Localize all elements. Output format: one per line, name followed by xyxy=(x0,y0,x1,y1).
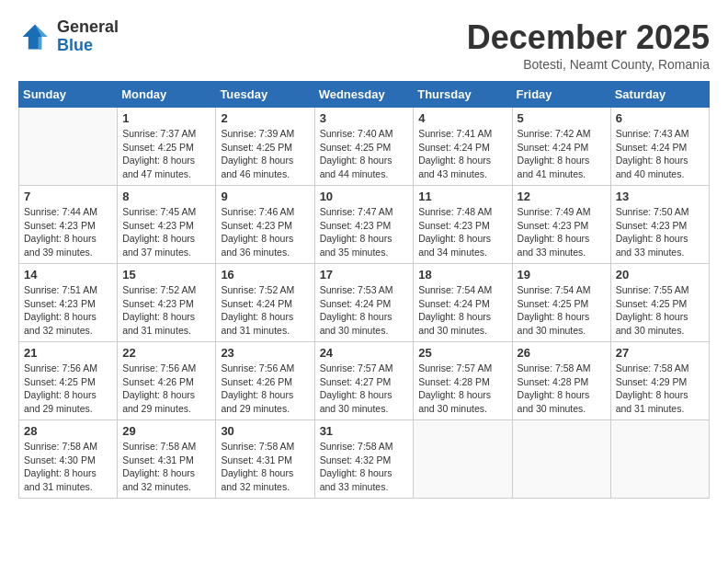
calendar-cell: 19Sunrise: 7:54 AMSunset: 4:25 PMDayligh… xyxy=(512,264,610,342)
calendar-cell: 21Sunrise: 7:56 AMSunset: 4:25 PMDayligh… xyxy=(19,342,118,420)
day-info: Sunrise: 7:56 AMSunset: 4:25 PMDaylight:… xyxy=(24,362,112,416)
page-header: General Blue December 2025 Botesti, Neam… xyxy=(18,18,710,72)
day-info: Sunrise: 7:41 AMSunset: 4:24 PMDaylight:… xyxy=(418,127,506,181)
calendar-cell xyxy=(19,108,118,186)
day-info: Sunrise: 7:37 AMSunset: 4:25 PMDaylight:… xyxy=(122,127,210,181)
calendar-cell: 9Sunrise: 7:46 AMSunset: 4:23 PMDaylight… xyxy=(216,186,314,264)
day-number: 30 xyxy=(221,424,309,438)
column-header-wednesday: Wednesday xyxy=(314,82,414,108)
day-info: Sunrise: 7:52 AMSunset: 4:23 PMDaylight:… xyxy=(122,283,210,338)
day-info: Sunrise: 7:47 AMSunset: 4:23 PMDaylight:… xyxy=(320,205,409,259)
week-row-4: 21Sunrise: 7:56 AMSunset: 4:25 PMDayligh… xyxy=(19,342,710,420)
day-info: Sunrise: 7:50 AMSunset: 4:23 PMDaylight:… xyxy=(616,205,704,259)
calendar-cell xyxy=(414,420,512,499)
day-number: 22 xyxy=(122,346,210,360)
calendar-cell: 4Sunrise: 7:41 AMSunset: 4:24 PMDaylight… xyxy=(414,108,512,186)
day-number: 12 xyxy=(518,190,606,203)
day-number: 19 xyxy=(518,268,606,282)
day-number: 6 xyxy=(616,111,704,125)
week-row-2: 7Sunrise: 7:44 AMSunset: 4:23 PMDaylight… xyxy=(19,186,710,264)
calendar-cell: 24Sunrise: 7:57 AMSunset: 4:27 PMDayligh… xyxy=(314,342,414,420)
day-number: 28 xyxy=(24,424,112,438)
day-info: Sunrise: 7:58 AMSunset: 4:31 PMDaylight:… xyxy=(122,440,210,494)
calendar-cell: 29Sunrise: 7:58 AMSunset: 4:31 PMDayligh… xyxy=(118,420,216,499)
day-number: 20 xyxy=(616,268,704,282)
calendar-cell: 22Sunrise: 7:56 AMSunset: 4:26 PMDayligh… xyxy=(118,342,216,420)
calendar-table: SundayMondayTuesdayWednesdayThursdayFrid… xyxy=(18,81,710,499)
logo-general: General xyxy=(57,18,119,37)
day-info: Sunrise: 7:58 AMSunset: 4:31 PMDaylight:… xyxy=(221,440,309,494)
day-number: 25 xyxy=(418,346,506,360)
day-info: Sunrise: 7:57 AMSunset: 4:27 PMDaylight:… xyxy=(320,362,409,416)
calendar-cell: 26Sunrise: 7:58 AMSunset: 4:28 PMDayligh… xyxy=(512,342,610,420)
calendar-header-row: SundayMondayTuesdayWednesdayThursdayFrid… xyxy=(19,82,710,108)
calendar-cell: 30Sunrise: 7:58 AMSunset: 4:31 PMDayligh… xyxy=(216,420,314,499)
day-info: Sunrise: 7:56 AMSunset: 4:26 PMDaylight:… xyxy=(122,362,210,416)
calendar-cell xyxy=(610,420,709,499)
day-number: 17 xyxy=(320,268,409,282)
calendar-cell: 13Sunrise: 7:50 AMSunset: 4:23 PMDayligh… xyxy=(610,186,709,264)
calendar-cell: 28Sunrise: 7:58 AMSunset: 4:30 PMDayligh… xyxy=(19,420,118,499)
calendar-cell: 20Sunrise: 7:55 AMSunset: 4:25 PMDayligh… xyxy=(610,264,709,342)
calendar-cell: 5Sunrise: 7:42 AMSunset: 4:24 PMDaylight… xyxy=(512,108,610,186)
month-title: December 2025 xyxy=(467,18,710,57)
day-info: Sunrise: 7:51 AMSunset: 4:23 PMDaylight:… xyxy=(24,283,112,338)
day-number: 31 xyxy=(320,424,409,438)
day-info: Sunrise: 7:52 AMSunset: 4:24 PMDaylight:… xyxy=(221,283,309,338)
day-number: 11 xyxy=(418,190,506,203)
day-info: Sunrise: 7:58 AMSunset: 4:29 PMDaylight:… xyxy=(616,362,704,416)
calendar-cell: 23Sunrise: 7:56 AMSunset: 4:26 PMDayligh… xyxy=(216,342,314,420)
day-info: Sunrise: 7:58 AMSunset: 4:30 PMDaylight:… xyxy=(24,440,112,494)
day-number: 15 xyxy=(122,268,210,282)
calendar-cell: 25Sunrise: 7:57 AMSunset: 4:28 PMDayligh… xyxy=(414,342,512,420)
calendar-cell: 27Sunrise: 7:58 AMSunset: 4:29 PMDayligh… xyxy=(610,342,709,420)
day-number: 3 xyxy=(320,111,409,125)
day-info: Sunrise: 7:56 AMSunset: 4:26 PMDaylight:… xyxy=(221,362,309,416)
calendar-cell xyxy=(512,420,610,499)
calendar-cell: 6Sunrise: 7:43 AMSunset: 4:24 PMDaylight… xyxy=(610,108,709,186)
day-number: 10 xyxy=(320,190,409,203)
day-number: 5 xyxy=(518,111,606,125)
calendar-cell: 1Sunrise: 7:37 AMSunset: 4:25 PMDaylight… xyxy=(118,108,216,186)
calendar-cell: 7Sunrise: 7:44 AMSunset: 4:23 PMDaylight… xyxy=(19,186,118,264)
day-number: 9 xyxy=(221,190,309,203)
day-number: 18 xyxy=(418,268,506,282)
week-row-1: 1Sunrise: 7:37 AMSunset: 4:25 PMDaylight… xyxy=(19,108,710,186)
day-info: Sunrise: 7:55 AMSunset: 4:25 PMDaylight:… xyxy=(616,283,704,338)
column-header-tuesday: Tuesday xyxy=(216,82,314,108)
day-number: 29 xyxy=(122,424,210,438)
day-number: 27 xyxy=(616,346,704,360)
day-number: 8 xyxy=(122,190,210,203)
title-area: December 2025 Botesti, Neamt County, Rom… xyxy=(467,18,710,72)
logo-blue: Blue xyxy=(57,37,119,55)
day-number: 24 xyxy=(320,346,409,360)
day-info: Sunrise: 7:40 AMSunset: 4:25 PMDaylight:… xyxy=(320,127,409,181)
day-number: 2 xyxy=(221,111,309,125)
calendar-cell: 3Sunrise: 7:40 AMSunset: 4:25 PMDaylight… xyxy=(314,108,414,186)
logo: General Blue xyxy=(18,18,119,55)
calendar-cell: 16Sunrise: 7:52 AMSunset: 4:24 PMDayligh… xyxy=(216,264,314,342)
week-row-5: 28Sunrise: 7:58 AMSunset: 4:30 PMDayligh… xyxy=(19,420,710,499)
column-header-monday: Monday xyxy=(118,82,216,108)
calendar-cell: 12Sunrise: 7:49 AMSunset: 4:23 PMDayligh… xyxy=(512,186,610,264)
calendar-cell: 17Sunrise: 7:53 AMSunset: 4:24 PMDayligh… xyxy=(314,264,414,342)
calendar-cell: 31Sunrise: 7:58 AMSunset: 4:32 PMDayligh… xyxy=(314,420,414,499)
column-header-friday: Friday xyxy=(512,82,610,108)
logo-text: General Blue xyxy=(57,18,119,55)
day-info: Sunrise: 7:44 AMSunset: 4:23 PMDaylight:… xyxy=(24,205,112,259)
column-header-sunday: Sunday xyxy=(19,82,118,108)
day-info: Sunrise: 7:39 AMSunset: 4:25 PMDaylight:… xyxy=(221,127,309,181)
logo-icon xyxy=(18,20,51,53)
day-info: Sunrise: 7:45 AMSunset: 4:23 PMDaylight:… xyxy=(122,205,210,259)
column-header-saturday: Saturday xyxy=(610,82,709,108)
day-number: 13 xyxy=(616,190,704,203)
day-info: Sunrise: 7:58 AMSunset: 4:32 PMDaylight:… xyxy=(320,440,409,494)
day-number: 16 xyxy=(221,268,309,282)
day-number: 21 xyxy=(24,346,112,360)
day-number: 7 xyxy=(24,190,112,203)
calendar-cell: 15Sunrise: 7:52 AMSunset: 4:23 PMDayligh… xyxy=(118,264,216,342)
calendar-cell: 2Sunrise: 7:39 AMSunset: 4:25 PMDaylight… xyxy=(216,108,314,186)
day-info: Sunrise: 7:54 AMSunset: 4:24 PMDaylight:… xyxy=(418,283,506,338)
calendar-cell: 11Sunrise: 7:48 AMSunset: 4:23 PMDayligh… xyxy=(414,186,512,264)
day-info: Sunrise: 7:48 AMSunset: 4:23 PMDaylight:… xyxy=(418,205,506,259)
